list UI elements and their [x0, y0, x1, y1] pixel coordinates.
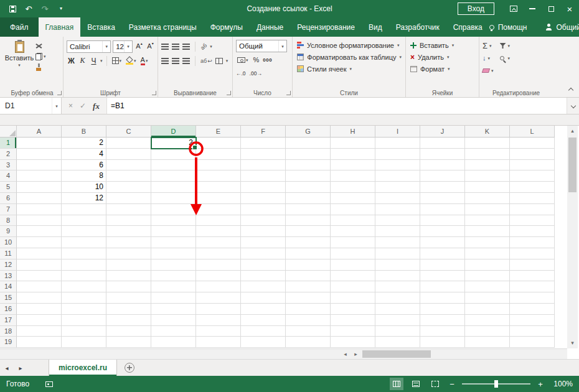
copy-button[interactable]: ▾: [34, 52, 47, 60]
cell-E6[interactable]: [196, 193, 241, 204]
cell-G17[interactable]: [286, 315, 331, 326]
cell-B6[interactable]: 12: [62, 193, 106, 204]
cell-J7[interactable]: [420, 204, 465, 215]
cell-L13[interactable]: [510, 271, 555, 282]
cell-G19[interactable]: [286, 337, 331, 348]
zoom-in-button[interactable]: +: [536, 380, 545, 389]
font-size-combobox[interactable]: 12▾: [113, 40, 133, 53]
cell-C6[interactable]: [106, 193, 151, 204]
add-sheet-button[interactable]: [117, 360, 142, 376]
cell-L16[interactable]: [510, 304, 555, 315]
cell-D5[interactable]: [151, 182, 196, 193]
cell-B9[interactable]: [62, 226, 106, 237]
cell-D18[interactable]: [151, 326, 196, 337]
save-button[interactable]: [5, 1, 20, 16]
delete-cells-button[interactable]: × Удалить ▾: [409, 51, 476, 63]
cell-L12[interactable]: [510, 259, 555, 271]
cell-J18[interactable]: [420, 326, 465, 337]
cell-J11[interactable]: [420, 248, 465, 259]
cell-L14[interactable]: [510, 281, 555, 292]
cell-K4[interactable]: [465, 170, 510, 182]
format-cells-button[interactable]: Формат ▾: [409, 63, 476, 75]
cell-A19[interactable]: [17, 337, 62, 348]
cell-J5[interactable]: [420, 182, 465, 193]
cell-F2[interactable]: [241, 149, 286, 160]
format-as-table-button[interactable]: Форматировать как таблицу ▾: [296, 51, 403, 63]
column-header-L[interactable]: L: [510, 126, 555, 138]
cell-D2[interactable]: [151, 149, 196, 160]
cell-A2[interactable]: [17, 149, 62, 160]
cell-C19[interactable]: [106, 337, 151, 348]
merge-center-icon[interactable]: [215, 58, 223, 64]
cell-L11[interactable]: [510, 248, 555, 259]
vertical-scroll-track[interactable]: [567, 136, 578, 338]
cell-B17[interactable]: [62, 315, 106, 326]
cell-J10[interactable]: [420, 237, 465, 248]
align-left-icon[interactable]: [161, 58, 169, 64]
cell-A5[interactable]: [17, 182, 62, 193]
view-page-break-button[interactable]: [428, 378, 442, 390]
cell-G7[interactable]: [286, 204, 331, 215]
cell-J8[interactable]: [420, 215, 465, 226]
row-header-10[interactable]: 10: [0, 237, 17, 248]
cell-H2[interactable]: [331, 149, 375, 160]
cell-J19[interactable]: [420, 337, 465, 348]
cell-F14[interactable]: [241, 281, 286, 292]
row-header-17[interactable]: 17: [0, 315, 17, 326]
cell-E12[interactable]: [196, 259, 241, 271]
cell-I5[interactable]: [375, 182, 420, 193]
cell-D4[interactable]: [151, 170, 196, 182]
tab-справка[interactable]: Справка: [446, 17, 489, 37]
sort-filter-button[interactable]: ▾: [500, 40, 511, 51]
cell-L7[interactable]: [510, 204, 555, 215]
cell-A1[interactable]: [17, 138, 62, 149]
cell-I2[interactable]: [375, 149, 420, 160]
cell-E17[interactable]: [196, 315, 241, 326]
row-header-2[interactable]: 2: [0, 149, 17, 160]
macro-record-icon[interactable]: [45, 381, 53, 387]
vertical-scroll-thumb[interactable]: [568, 138, 577, 192]
borders-button[interactable]: ▾: [111, 55, 123, 67]
cell-D1[interactable]: 2: [151, 138, 196, 149]
cell-H1[interactable]: [331, 138, 375, 149]
column-header-I[interactable]: I: [375, 126, 420, 138]
cell-A15[interactable]: [17, 292, 62, 304]
cell-E8[interactable]: [196, 215, 241, 226]
cell-L19[interactable]: [510, 337, 555, 348]
cell-I4[interactable]: [375, 170, 420, 182]
cell-L9[interactable]: [510, 226, 555, 237]
cell-I3[interactable]: [375, 160, 420, 171]
cell-D11[interactable]: [151, 248, 196, 259]
cell-F5[interactable]: [241, 182, 286, 193]
cell-C2[interactable]: [106, 149, 151, 160]
cell-B18[interactable]: [62, 326, 106, 337]
zoom-level[interactable]: 100%: [550, 380, 573, 388]
tab-данные[interactable]: Данные: [250, 17, 290, 37]
row-header-1[interactable]: 1: [0, 138, 17, 149]
cell-K19[interactable]: [465, 337, 510, 348]
cell-F18[interactable]: [241, 326, 286, 337]
column-header-B[interactable]: B: [62, 126, 106, 138]
row-header-7[interactable]: 7: [0, 204, 17, 215]
cell-F1[interactable]: [241, 138, 286, 149]
cell-A10[interactable]: [17, 237, 62, 248]
column-header-J[interactable]: J: [420, 126, 465, 138]
sheet-nav-left-button[interactable]: ◂: [0, 360, 14, 376]
find-select-button[interactable]: ▾: [500, 53, 511, 63]
cell-A11[interactable]: [17, 248, 62, 259]
cell-L4[interactable]: [510, 170, 555, 182]
tab-формулы[interactable]: Формулы: [204, 17, 250, 37]
cell-E14[interactable]: [196, 281, 241, 292]
qat-customize-button[interactable]: ▾: [54, 1, 68, 16]
increase-decimal-button[interactable]: ←.0: [236, 70, 246, 77]
cell-H17[interactable]: [331, 315, 375, 326]
cell-H3[interactable]: [331, 160, 375, 171]
cell-B4[interactable]: 8: [62, 170, 106, 182]
cell-G9[interactable]: [286, 226, 331, 237]
cell-E10[interactable]: [196, 237, 241, 248]
conditional-formatting-button[interactable]: Условное форматирование ▾: [296, 39, 403, 51]
cell-G13[interactable]: [286, 271, 331, 282]
fill-color-button[interactable]: ▾: [125, 55, 138, 67]
cell-K13[interactable]: [465, 271, 510, 282]
cell-C17[interactable]: [106, 315, 151, 326]
